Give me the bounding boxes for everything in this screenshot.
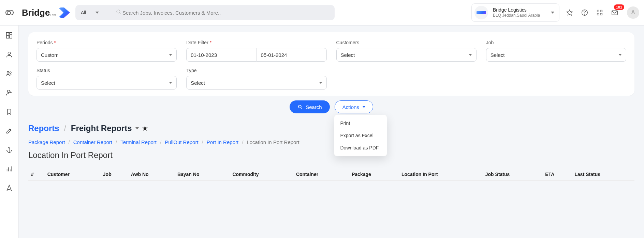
topbar: Bridge LCS All Bridge Logistics BLQ Jedd… [0, 0, 644, 26]
company-selector[interactable]: Bridge Logistics BLQ Jeddah,Saudi Arabia [471, 3, 559, 22]
actions-row: Search Actions Print Export as Excel Dow… [28, 100, 634, 113]
actions-menu-export-excel[interactable]: Export as Excel [334, 129, 387, 142]
favorite-icon[interactable] [565, 8, 574, 17]
svg-point-15 [10, 72, 11, 74]
bookmark-icon[interactable] [5, 108, 13, 117]
svg-rect-9 [6, 33, 9, 35]
svg-rect-5 [600, 10, 602, 12]
actions-menu-download-pdf[interactable]: Download as PDF [334, 142, 387, 154]
logo-text: Bridge [22, 7, 50, 18]
report-subnav: Package Report/ Container Report/ Termin… [28, 139, 634, 145]
svg-rect-12 [6, 36, 9, 38]
chevron-down-icon [169, 54, 172, 56]
help-icon[interactable] [580, 8, 589, 17]
company-name: Bridge Logistics [493, 7, 540, 13]
svg-line-1 [119, 13, 121, 14]
col-last-status: Last Status [572, 168, 634, 181]
svg-point-0 [117, 10, 120, 13]
col-package: Package [349, 168, 399, 181]
favorite-star-icon[interactable]: ★ [142, 125, 148, 132]
col-location-in-port: Location In Port [399, 168, 483, 181]
actions-menu-print[interactable]: Print [334, 117, 387, 129]
search-category-selector[interactable]: All [75, 5, 109, 20]
subnav-pullout-report[interactable]: PullOut Report [165, 139, 198, 145]
svg-rect-6 [597, 13, 599, 15]
col-bayan-no: Bayan No [175, 168, 230, 181]
chevron-down-icon [96, 12, 99, 14]
left-nav [0, 26, 19, 238]
report-group-selector[interactable]: Freight Reports ★ [71, 124, 148, 133]
chevron-down-icon [469, 54, 472, 56]
col-eta: ETA [542, 168, 572, 181]
chevron-down-icon [135, 127, 139, 129]
status-label: Status [36, 68, 177, 73]
sidebar-toggle-icon[interactable] [5, 10, 14, 15]
job-select[interactable]: Select [486, 48, 626, 62]
mail-icon[interactable]: 181 [610, 8, 619, 17]
global-search: All [75, 5, 335, 20]
svg-point-16 [8, 90, 10, 93]
svg-point-22 [298, 105, 301, 108]
navigation-icon[interactable] [5, 184, 13, 193]
svg-line-23 [301, 108, 302, 109]
report-title: Location In Port Report [28, 150, 634, 160]
apps-grid-icon[interactable] [595, 8, 604, 17]
date-filter-label: Date Filter * [186, 40, 326, 45]
actions-button[interactable]: Actions [335, 100, 373, 113]
subnav-terminal-report[interactable]: Terminal Report [120, 139, 157, 145]
user-avatar[interactable]: A [627, 6, 639, 19]
company-location: BLQ Jeddah,Saudi Arabia [493, 13, 540, 18]
type-label: Type [186, 68, 326, 73]
svg-point-14 [7, 71, 9, 74]
col-index: # [28, 168, 45, 181]
subnav-container-report[interactable]: Container Report [73, 139, 112, 145]
svg-rect-4 [597, 10, 599, 12]
app-logo[interactable]: Bridge LCS [22, 7, 70, 18]
subnav-location-in-port-report[interactable]: Location In Port Report [247, 139, 299, 145]
svg-point-3 [584, 14, 585, 14]
date-from-input[interactable]: 01-10-2023 [186, 48, 256, 62]
periods-label: Periods * [36, 40, 177, 45]
logo-subtext: LCS [50, 14, 56, 17]
customers-select[interactable]: Select [336, 48, 477, 62]
svg-rect-8 [612, 11, 618, 15]
main-content: Periods * Custom Date Filter * 01-10-202… [19, 26, 644, 238]
reports-root-link[interactable]: Reports [28, 124, 59, 133]
users-icon[interactable] [5, 70, 13, 79]
company-avatar-icon [474, 6, 488, 19]
col-customer: Customer [45, 168, 100, 181]
periods-select[interactable]: Custom [36, 48, 177, 62]
anchor-icon[interactable] [5, 146, 13, 155]
chevron-down-icon [363, 106, 365, 108]
col-job-status: Job Status [483, 168, 543, 181]
mail-badge: 181 [614, 4, 624, 10]
svg-rect-10 [10, 33, 12, 34]
subnav-package-report[interactable]: Package Report [28, 139, 65, 145]
col-commodity: Commodity [230, 168, 293, 181]
avatar-letter: A [631, 10, 635, 16]
svg-rect-11 [10, 35, 12, 38]
chart-icon[interactable] [5, 165, 13, 174]
search-button[interactable]: Search [290, 100, 330, 113]
col-job: Job [100, 168, 128, 181]
search-category-value: All [81, 10, 86, 15]
date-to-input[interactable]: 05-01-2024 [257, 48, 327, 62]
customers-label: Customers [336, 40, 477, 45]
actions-dropdown: Print Export as Excel Download as PDF [334, 115, 387, 156]
search-input[interactable] [109, 5, 335, 20]
type-select[interactable]: Select [186, 76, 326, 90]
status-select[interactable]: Select [36, 76, 177, 90]
col-container: Container [293, 168, 349, 181]
filter-card: Periods * Custom Date Filter * 01-10-202… [28, 32, 634, 96]
svg-point-13 [8, 52, 10, 54]
user-icon[interactable] [5, 51, 13, 60]
edit-icon[interactable] [5, 127, 13, 136]
job-label: Job [486, 40, 626, 45]
col-awb-no: Awb No [128, 168, 175, 181]
add-user-icon[interactable] [5, 89, 13, 98]
svg-rect-7 [600, 13, 602, 15]
dashboard-icon[interactable] [5, 32, 13, 41]
page-heading: Reports / Freight Reports ★ [28, 124, 634, 133]
svg-point-17 [9, 147, 10, 148]
subnav-port-in-report[interactable]: Port In Report [207, 139, 238, 145]
